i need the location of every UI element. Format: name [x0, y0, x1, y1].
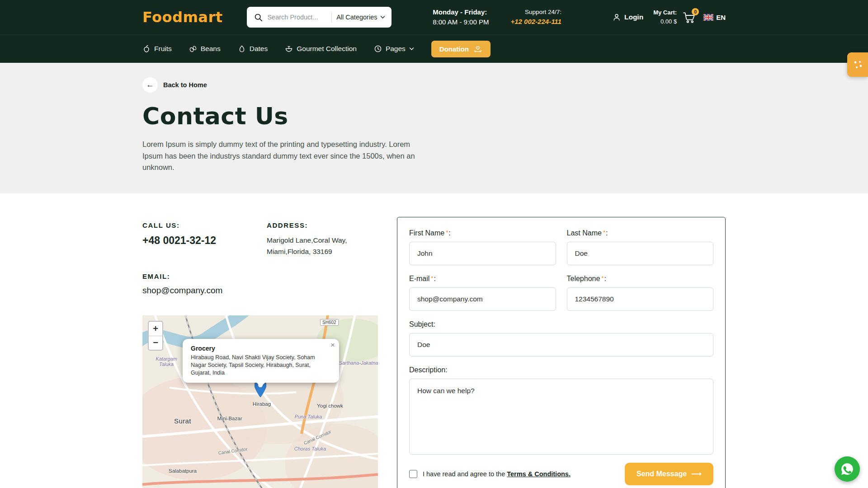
nav-item-fruits[interactable]: Fruits	[142, 45, 172, 53]
terms-agreement-text: I have read and agree to the Terms & Con…	[423, 470, 571, 478]
whatsapp-icon	[840, 462, 854, 476]
donation-hands-heart-icon	[473, 45, 482, 53]
description-textarea[interactable]: How can we help?	[409, 379, 713, 455]
nav-item-gourmet-collection[interactable]: Gourmet Collection	[285, 45, 357, 53]
nav-item-label: Fruits	[154, 45, 172, 53]
category-select[interactable]: All Categories	[336, 14, 385, 21]
search-bar: All Categories	[247, 7, 392, 28]
map-label-yogi-chowk: Yogi chowk	[317, 403, 343, 408]
nav-item-pages[interactable]: Pages	[374, 45, 414, 53]
popup-tail	[256, 382, 265, 387]
map-popup-title: Grocery	[191, 345, 328, 352]
email-field-label: E-mail*:	[409, 275, 556, 283]
telephone-input[interactable]	[567, 287, 714, 311]
required-asterisk: *	[431, 275, 433, 282]
main-nav: Fruits Beans Dates Gourmet Collection Pa…	[0, 34, 868, 63]
beans-icon	[189, 45, 197, 53]
map-label-surat: Surat	[174, 417, 191, 424]
last-name-input[interactable]	[567, 242, 714, 265]
call-us-label: CALL US:	[142, 221, 267, 229]
uk-flag-icon	[703, 14, 713, 21]
login-label: Login	[624, 13, 643, 21]
contact-section: CALL US: +48 0021-32-12 ADDRESS: Marigol…	[0, 193, 868, 488]
contact-form: First Name*: Last Name*: E-mail*: Teleph…	[397, 217, 726, 488]
map-label-puna-taluka: Puna Taluka	[281, 414, 335, 419]
language-label: EN	[716, 14, 726, 21]
terms-link[interactable]: Terms & Conditions.	[507, 470, 571, 478]
required-asterisk: *	[446, 229, 448, 236]
nav-item-dates[interactable]: Dates	[238, 45, 268, 53]
zoom-out-button[interactable]: −	[149, 336, 162, 350]
search-icon	[254, 13, 263, 22]
opening-hours-label: Monday - Friday:	[433, 7, 489, 18]
login-button[interactable]: Login	[612, 13, 643, 22]
language-switcher[interactable]: EN	[703, 14, 726, 21]
first-name-field: First Name*:	[409, 229, 556, 265]
contact-info-column: CALL US: +48 0021-32-12 ADDRESS: Marigol…	[142, 221, 378, 488]
back-arrow-icon: ←	[142, 77, 158, 93]
route-shield: SH602	[320, 319, 339, 326]
user-icon	[612, 13, 621, 22]
support-phone-link[interactable]: +12 002-224-111	[510, 17, 561, 27]
last-name-field: Last Name*:	[567, 229, 714, 265]
subject-input[interactable]	[409, 333, 713, 357]
category-select-label: All Categories	[336, 14, 377, 21]
popup-close-icon[interactable]: ×	[330, 341, 335, 349]
spinner-dots-icon	[852, 59, 863, 70]
search-input[interactable]	[267, 14, 327, 21]
page-title: Contact Us	[142, 103, 726, 130]
back-to-home-link[interactable]: ← Back to Home	[142, 77, 207, 93]
telephone-field: Telephone*:	[567, 275, 714, 311]
subject-label: Subject:	[409, 320, 713, 328]
send-message-button[interactable]: Send Message ⟶	[625, 463, 713, 485]
map-label-salabatpura: Salabatpura	[169, 468, 197, 474]
map-zoom-control: + −	[148, 321, 163, 351]
zoom-in-button[interactable]: +	[149, 322, 162, 336]
whatsapp-button[interactable]	[835, 456, 860, 482]
nav-item-label: Gourmet Collection	[297, 45, 357, 53]
theme-settings-tab[interactable]	[847, 52, 868, 77]
search-divider	[331, 12, 332, 23]
call-us-block: CALL US: +48 0021-32-12	[142, 221, 267, 257]
terms-agreement: I have read and agree to the Terms & Con…	[409, 470, 571, 478]
donation-button[interactable]: Donation	[431, 41, 491, 57]
send-message-label: Send Message	[637, 470, 687, 478]
address-block: ADDRESS: Marigold Lane,Coral Way, Miami,…	[267, 221, 378, 257]
required-asterisk: *	[601, 275, 604, 282]
call-us-value: +48 0021-32-12	[142, 235, 267, 247]
map-label-choras-taluka: Choras Taluka	[283, 446, 337, 451]
cart-count-badge: 0	[692, 8, 699, 15]
email-field: E-mail*:	[409, 275, 556, 311]
description-label: Description:	[409, 366, 713, 374]
support-label: Support 24/7:	[510, 8, 561, 17]
cart-total: 0.00 $	[653, 17, 677, 26]
map-label-hirabag: Hirabag	[253, 401, 271, 407]
pages-icon	[374, 45, 382, 53]
nav-item-label: Pages	[386, 45, 406, 53]
first-name-label: First Name*:	[409, 229, 556, 237]
first-name-input[interactable]	[409, 242, 556, 265]
subject-field: Subject:	[409, 320, 713, 357]
nav-item-beans[interactable]: Beans	[189, 45, 221, 53]
description-field: Description: How can we help?	[409, 366, 713, 456]
terms-checkbox[interactable]	[409, 470, 417, 478]
cart-summary: My Cart: 0.00 $	[653, 8, 677, 26]
back-to-home-label: Back to Home	[163, 81, 207, 89]
email-block: EMAIL: shop@company.com	[142, 272, 267, 296]
logo[interactable]: Foodmart	[142, 9, 222, 26]
opening-hours: Monday - Friday: 8:00 AM - 9:00 PM	[433, 7, 489, 28]
opening-hours-value: 8:00 AM - 9:00 PM	[433, 17, 489, 28]
page-header: ← Back to Home Contact Us Lorem Ipsum is…	[0, 63, 868, 193]
arrow-right-icon: ⟶	[691, 469, 702, 478]
email-value[interactable]: shop@company.com	[142, 286, 267, 296]
map-popup-text: Hirabaug Road, Navi Shakti Vijay Society…	[191, 354, 328, 377]
cart-button[interactable]: 0	[683, 12, 695, 23]
last-name-label: Last Name*:	[567, 229, 714, 237]
chevron-down-icon	[409, 47, 414, 51]
leaflet-map[interactable]: + − SH602 Surat Mini-Bazar Yogi chowk Sa…	[142, 315, 378, 488]
address-label: ADDRESS:	[267, 221, 378, 229]
required-asterisk: *	[603, 229, 605, 236]
email-input[interactable]	[409, 287, 556, 311]
gourmet-collection-icon	[285, 45, 293, 53]
nav-item-label: Beans	[201, 45, 221, 53]
